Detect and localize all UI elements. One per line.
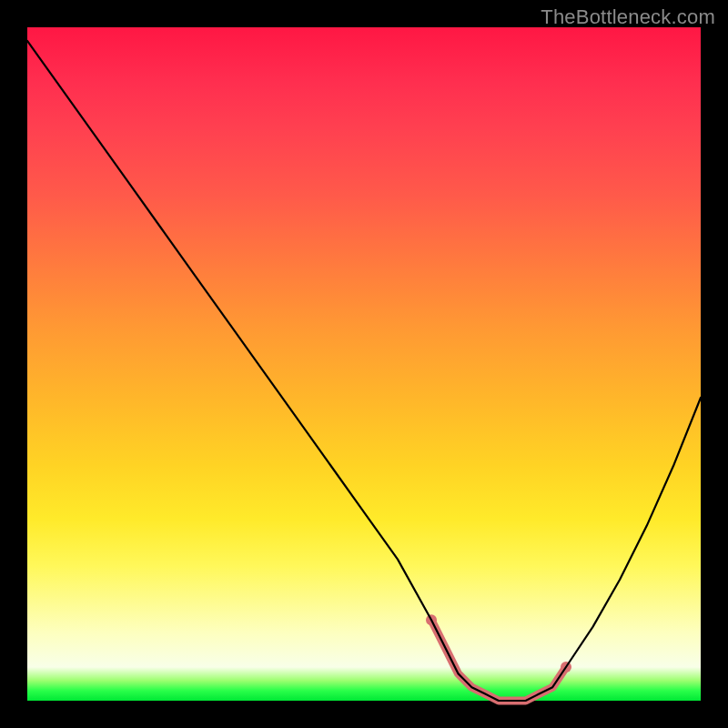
chart-frame: TheBottleneck.com xyxy=(0,0,728,728)
curve-layer xyxy=(27,27,701,701)
bottleneck-curve xyxy=(27,41,701,701)
plot-area xyxy=(27,27,701,701)
watermark-text: TheBottleneck.com xyxy=(541,5,715,29)
